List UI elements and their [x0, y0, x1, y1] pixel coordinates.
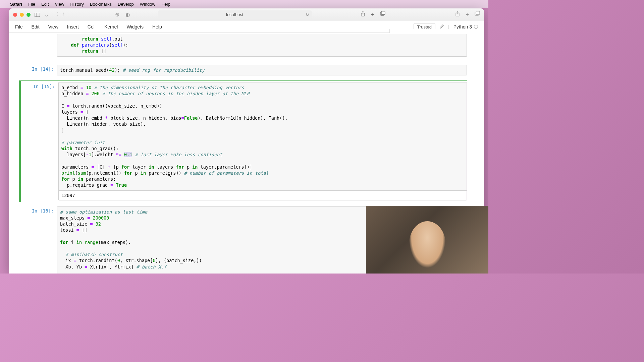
close-window-button[interactable] [13, 13, 17, 17]
code-input[interactable]: return self.out def parameters(self): re… [57, 34, 467, 56]
tabs-overview-icon[interactable] [380, 11, 385, 18]
code-input[interactable]: n_embd = 10 # the dimensionality of the … [59, 82, 467, 190]
menu-history[interactable]: History [70, 2, 84, 7]
jmenu-edit[interactable]: Edit [32, 24, 40, 29]
code-cell-partial[interactable]: return self.out def parameters(self): re… [19, 33, 467, 58]
jmenu-view[interactable]: View [48, 24, 58, 29]
sidebar-toggle-icon[interactable] [33, 11, 41, 19]
jmenu-help[interactable]: Help [152, 24, 162, 29]
mouse-cursor-icon: ↖ [167, 172, 172, 179]
cell-prompt: In [15]: [21, 82, 58, 200]
cell-prompt: In [16]: [19, 206, 57, 274]
bg-new-tab-icon[interactable]: ＋ [465, 11, 470, 18]
share-icon[interactable] [361, 11, 365, 18]
forward-button-icon[interactable]: 〉 [62, 11, 67, 18]
menu-develop[interactable]: Develop [118, 2, 134, 7]
app-name[interactable]: Safari [10, 2, 22, 7]
reload-icon[interactable]: ↻ [306, 12, 309, 17]
macos-menubar: Safari File Edit View History Bookmarks … [0, 0, 488, 8]
cell-output: 12097 [59, 190, 467, 200]
code-cell-14[interactable]: In [14]: torch.manual_seed(42); # seed r… [19, 63, 467, 77]
kernel-status-icon [474, 25, 478, 29]
jmenu-cell[interactable]: Cell [88, 24, 96, 29]
minimize-window-button[interactable] [20, 13, 24, 17]
new-tab-icon[interactable]: ＋ [370, 11, 375, 18]
menu-edit[interactable]: Edit [41, 2, 49, 7]
jmenu-widgets[interactable]: Widgets [126, 24, 144, 29]
webcam-overlay [366, 206, 488, 274]
jmenu-file[interactable]: File [15, 24, 23, 29]
svg-rect-7 [476, 11, 480, 15]
svg-rect-4 [381, 11, 385, 15]
safari-toolbar: ⌄ 〈 〉 ⊕ ◐ localhost ↻ ＋ ＋ [9, 8, 484, 21]
code-input[interactable]: torch.manual_seed(42); # seed rng for re… [57, 65, 467, 75]
back-button-icon[interactable]: 〈 [53, 11, 59, 18]
jmenu-insert[interactable]: Insert [67, 24, 79, 29]
maximize-window-button[interactable] [26, 13, 31, 17]
bg-share-icon[interactable] [455, 11, 460, 18]
bg-tabs-icon[interactable] [475, 11, 480, 18]
window-controls [13, 13, 31, 17]
tab-group-dropdown-icon[interactable]: ⌄ [44, 11, 49, 19]
address-url: localhost [226, 12, 243, 17]
menu-view[interactable]: View [55, 2, 64, 7]
menu-help[interactable]: Help [161, 2, 170, 7]
code-cell-15[interactable]: In [15]: n_embd = 10 # the dimensionalit… [19, 80, 467, 202]
shield-icon[interactable]: ◐ [124, 11, 132, 19]
cell-prompt: In [14]: [19, 65, 57, 75]
menu-window[interactable]: Window [140, 2, 155, 7]
menu-bookmarks[interactable]: Bookmarks [90, 2, 112, 7]
jmenu-kernel[interactable]: Kernel [104, 24, 118, 29]
menu-file[interactable]: File [28, 2, 35, 7]
privacy-report-icon[interactable]: ⊕ [113, 11, 121, 19]
cell-prompt [19, 34, 57, 57]
svg-rect-0 [35, 13, 40, 17]
address-bar[interactable]: localhost ↻ [158, 10, 312, 19]
